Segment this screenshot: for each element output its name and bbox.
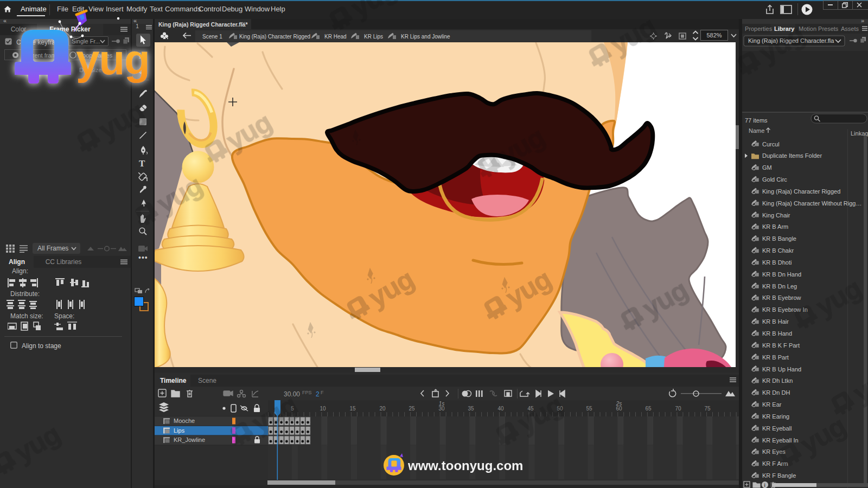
svg-text:KR B Arm: KR B Arm	[762, 223, 788, 230]
svg-text:KR B Eyebrow In: KR B Eyebrow In	[762, 306, 808, 313]
svg-text:KR Dn DH: KR Dn DH	[762, 389, 790, 396]
svg-text:KR B Dn Hand: KR B Dn Hand	[762, 271, 801, 278]
svg-text:KR Eyeball In: KR Eyeball In	[762, 437, 799, 444]
svg-text:1s: 1s	[439, 401, 445, 407]
svg-text:KR Dh Ltkn: KR Dh Ltkn	[762, 377, 793, 384]
svg-text:KR Eyes: KR Eyes	[762, 448, 786, 455]
svg-text:KR B Hand: KR B Hand	[762, 330, 792, 337]
svg-text:Library: Library	[774, 25, 795, 32]
svg-text:KR B Bangle: KR B Bangle	[762, 235, 796, 242]
svg-text:Assets: Assets	[841, 25, 859, 32]
svg-text:20: 20	[379, 406, 386, 412]
svg-text:70: 70	[675, 406, 681, 412]
svg-text:KR B Part: KR B Part	[762, 354, 789, 361]
svg-text:KR_Jowline: KR_Jowline	[174, 436, 205, 443]
svg-text:King Chair: King Chair	[762, 212, 790, 219]
svg-text:King (Raja) Rigged Character.f: King (Raja) Rigged Character.fla	[748, 37, 834, 44]
svg-text:KR B Chakr: KR B Chakr	[762, 247, 794, 254]
svg-text:75: 75	[704, 406, 711, 412]
svg-text:i: i	[764, 483, 765, 488]
svg-text:KR B Hair: KR B Hair	[762, 318, 789, 325]
svg-text:35: 35	[468, 406, 474, 412]
svg-text:KR Earing: KR Earing	[762, 413, 789, 420]
svg-text:KR B Dn Leg: KR B Dn Leg	[762, 283, 797, 290]
svg-text:KR B Up Hand: KR B Up Hand	[762, 366, 801, 373]
svg-text:KR B Dhoti: KR B Dhoti	[762, 259, 792, 266]
svg-text:King (Raja) Character Without: King (Raja) Character Without Rigg…	[762, 200, 861, 207]
svg-text:Scene: Scene	[198, 377, 216, 384]
svg-text:KR B K F Part: KR B K F Part	[762, 342, 800, 349]
svg-text:GM: GM	[762, 164, 772, 171]
svg-text:Lips: Lips	[174, 427, 185, 434]
svg-text:Name: Name	[749, 127, 764, 134]
svg-text:KR F Arm: KR F Arm	[762, 460, 788, 467]
svg-text:5: 5	[291, 406, 294, 412]
svg-text:Curcul: Curcul	[762, 141, 780, 147]
svg-text:2s: 2s	[616, 401, 622, 407]
svg-text:55: 55	[586, 406, 592, 412]
svg-text:KR B Eyebrow: KR B Eyebrow	[762, 294, 801, 301]
svg-text:30.00: 30.00	[284, 390, 300, 398]
svg-text:10: 10	[320, 406, 326, 412]
svg-text:Timeline: Timeline	[160, 377, 187, 384]
svg-text:Mooche: Mooche	[174, 418, 195, 424]
svg-text:Motion Presets: Motion Presets	[799, 25, 839, 32]
svg-text:Gold Circ: Gold Circ	[762, 176, 787, 183]
svg-text:77 items: 77 items	[745, 117, 768, 124]
svg-text:KR Ear: KR Ear	[762, 401, 782, 408]
svg-text:2: 2	[316, 390, 320, 398]
svg-text:40: 40	[497, 406, 504, 412]
svg-text:KR Eyeball: KR Eyeball	[762, 425, 792, 432]
svg-text:25: 25	[409, 406, 415, 412]
svg-text:Duplicate Items Folder: Duplicate Items Folder	[762, 152, 822, 159]
svg-text:King (Raja) Character Rigged: King (Raja) Character Rigged	[762, 188, 840, 195]
svg-text:Properties: Properties	[745, 25, 773, 32]
svg-text:65: 65	[645, 406, 652, 412]
svg-text:50: 50	[557, 406, 563, 412]
svg-text:FPS: FPS	[302, 390, 312, 395]
svg-text:F: F	[321, 390, 324, 395]
svg-text:45: 45	[527, 406, 534, 412]
svg-text:KR F Bangle: KR F Bangle	[762, 472, 796, 479]
svg-text:15: 15	[349, 406, 356, 412]
